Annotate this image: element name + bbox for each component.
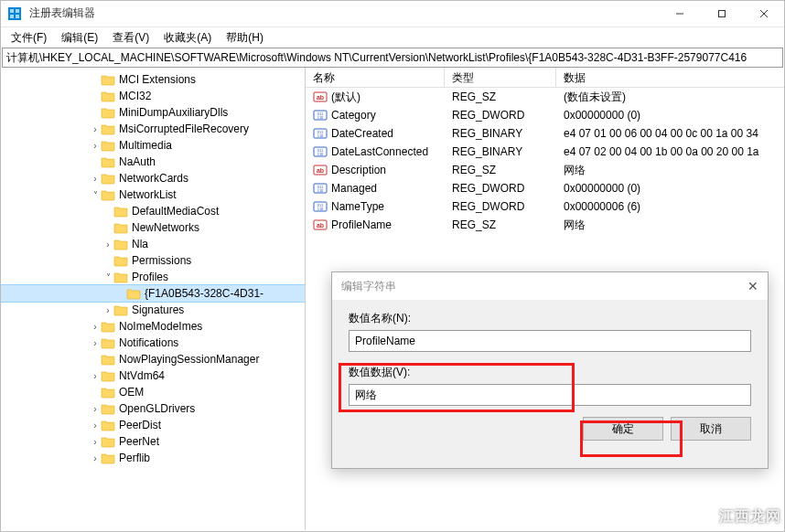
value-row[interactable]: DateLastConnectedREG_BINARYe4 07 02 00 0…	[306, 143, 785, 161]
tree-item[interactable]: ›Perflib	[0, 450, 305, 466]
value-row[interactable]: ManagedREG_DWORD0x00000000 (0)	[306, 179, 785, 197]
menu-help[interactable]: 帮助(H)	[219, 28, 271, 48]
folder-icon	[101, 122, 115, 135]
chevron-right-icon[interactable]: ›	[90, 437, 101, 447]
value-row[interactable]: DateCreatedREG_BINARYe4 07 01 00 06 00 0…	[306, 124, 785, 143]
tree-item[interactable]: ›PeerDist	[0, 417, 305, 433]
close-button[interactable]	[743, 0, 785, 27]
value-type: REG_DWORD	[445, 182, 556, 195]
menu-file[interactable]: 文件(F)	[4, 28, 54, 48]
tree-item-label: PeerNet	[119, 435, 159, 448]
tree-item[interactable]: OEM	[0, 384, 305, 400]
string-value-icon	[313, 163, 328, 177]
maximize-button[interactable]	[701, 0, 743, 27]
edit-string-dialog: 编辑字符串 ✕ 数值名称(N): 数值数据(V): 确定 取消	[331, 271, 769, 469]
chevron-right-icon[interactable]: ›	[90, 322, 101, 332]
tree-item-label: Signatures	[132, 303, 184, 316]
col-name-header[interactable]: 名称	[306, 68, 445, 87]
tree-item[interactable]: Permissions	[0, 252, 305, 269]
value-data: (数值未设置)	[556, 90, 785, 105]
tree-item[interactable]: ›NoImeModeImes	[0, 318, 305, 335]
folder-icon	[101, 90, 115, 102]
chevron-right-icon[interactable]: ›	[102, 305, 113, 315]
value-data-input[interactable]	[349, 384, 751, 406]
chevron-right-icon[interactable]: ›	[90, 453, 101, 463]
tree-item-label: MCI Extensions	[119, 73, 196, 86]
tree-item[interactable]: NaAuth	[0, 154, 305, 170]
tree-item[interactable]: MCI Extensions	[0, 71, 305, 88]
dialog-close-button[interactable]: ✕	[747, 279, 758, 293]
col-type-header[interactable]: 类型	[445, 68, 556, 87]
chevron-right-icon[interactable]: ›	[90, 174, 101, 184]
value-type: REG_DWORD	[445, 200, 556, 213]
tree-item[interactable]: ›PeerNet	[0, 433, 305, 450]
tree-pane[interactable]: MCI ExtensionsMCI32MiniDumpAuxiliaryDlls…	[0, 68, 306, 530]
tree-item-label: Profiles	[132, 271, 168, 283]
value-name-input[interactable]	[349, 330, 751, 352]
tree-item[interactable]: ›Nla	[0, 236, 305, 252]
value-row[interactable]: ProfileNameREG_SZ网络	[306, 216, 785, 234]
cancel-button[interactable]: 取消	[671, 417, 751, 441]
tree-item-label: NetworkCards	[119, 172, 188, 185]
folder-icon	[101, 73, 115, 86]
binary-value-icon	[313, 126, 328, 141]
tree-item[interactable]: ›MsiCorruptedFileRecovery	[0, 121, 305, 137]
address-input[interactable]	[3, 51, 782, 64]
chevron-right-icon[interactable]: ›	[90, 124, 101, 134]
menu-view[interactable]: 查看(V)	[105, 28, 156, 48]
folder-icon	[101, 435, 115, 448]
value-row[interactable]: CategoryREG_DWORD0x00000000 (0)	[306, 106, 785, 124]
svg-rect-1	[10, 9, 14, 13]
value-name: DateLastConnected	[331, 145, 428, 158]
tree-item[interactable]: NowPlayingSessionManager	[0, 351, 305, 367]
tree-item[interactable]: ›NetworkCards	[0, 170, 305, 186]
tree-item[interactable]: DefaultMediaCost	[0, 203, 305, 219]
chevron-down-icon[interactable]: ˅	[90, 190, 101, 200]
menu-edit[interactable]: 编辑(E)	[54, 28, 105, 48]
ok-button[interactable]: 确定	[583, 417, 663, 441]
chevron-right-icon[interactable]: ›	[90, 420, 101, 431]
value-type: REG_SZ	[445, 218, 556, 231]
value-row[interactable]: DescriptionREG_SZ网络	[306, 161, 785, 179]
tree-item[interactable]: ˅Profiles	[0, 269, 305, 285]
folder-icon	[113, 303, 128, 316]
tree-item[interactable]: ›Notifications	[0, 335, 305, 351]
tree-item[interactable]: ›OpenGLDrivers	[0, 400, 305, 417]
menu-favorites[interactable]: 收藏夹(A)	[156, 28, 219, 48]
string-value-icon	[313, 218, 328, 232]
value-row[interactable]: (默认)REG_SZ(数值未设置)	[306, 88, 785, 106]
addressbar	[2, 48, 783, 68]
value-data-label: 数值数据(V):	[349, 365, 751, 380]
chevron-right-icon[interactable]: ›	[102, 239, 113, 250]
chevron-right-icon[interactable]: ›	[90, 404, 101, 414]
tree-item[interactable]: ˅NetworkList	[0, 186, 305, 203]
tree-item-label: NowPlayingSessionManager	[119, 353, 259, 366]
tree-item[interactable]: ›Multimedia	[0, 137, 305, 154]
tree-item[interactable]: ›NtVdm64	[0, 367, 305, 384]
tree-item-label: PeerDist	[119, 419, 161, 431]
value-row[interactable]: NameTypeREG_DWORD0x00000006 (6)	[306, 197, 785, 216]
tree-item[interactable]: ›Signatures	[0, 302, 305, 318]
chevron-down-icon[interactable]: ˅	[102, 272, 113, 282]
folder-icon	[101, 188, 115, 201]
chevron-right-icon[interactable]: ›	[90, 338, 101, 348]
folder-icon	[113, 254, 128, 267]
value-type: REG_BINARY	[445, 145, 556, 158]
col-data-header[interactable]: 数据	[556, 68, 785, 87]
minimize-button[interactable]	[659, 0, 701, 27]
binary-value-icon	[313, 199, 328, 214]
tree-item[interactable]: {F1A0B543-328C-4D31-	[0, 285, 305, 302]
tree-item[interactable]: MCI32	[0, 88, 305, 104]
value-name: Category	[331, 109, 376, 122]
tree-item-label: OEM	[119, 386, 144, 399]
chevron-right-icon[interactable]: ›	[90, 371, 101, 381]
chevron-right-icon[interactable]: ›	[90, 141, 101, 151]
folder-icon	[113, 205, 128, 218]
tree-item-label: Notifications	[119, 336, 178, 349]
tree-item-label: {F1A0B543-328C-4D31-	[145, 287, 263, 300]
tree-item[interactable]: MiniDumpAuxiliaryDlls	[0, 104, 305, 121]
tree-item-label: MCI32	[119, 90, 151, 102]
list-header: 名称 类型 数据	[306, 68, 785, 88]
tree-item[interactable]: NewNetworks	[0, 219, 305, 236]
value-data: 网络	[556, 163, 785, 178]
